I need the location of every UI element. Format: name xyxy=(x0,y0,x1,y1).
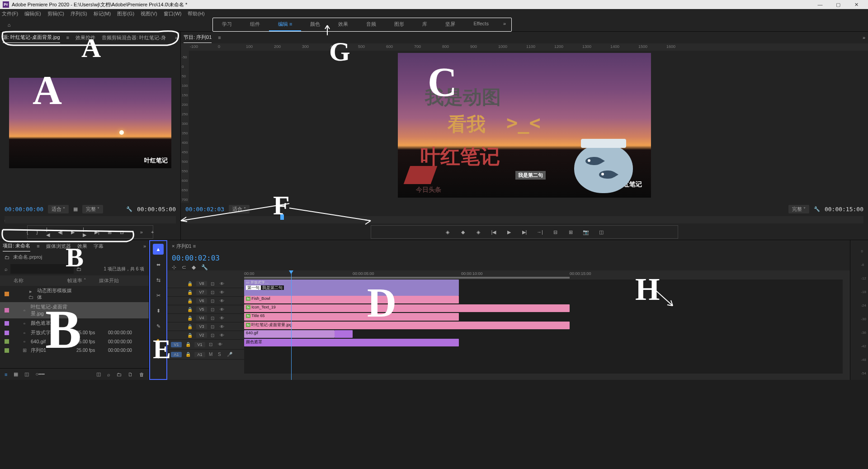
toggle-output-icon[interactable]: 👁 xyxy=(220,298,225,303)
list-view-button[interactable]: ≡ xyxy=(5,372,7,377)
find-button[interactable]: ⌕ xyxy=(107,372,110,377)
timeline-clip[interactable]: fxIcon_Text_19 xyxy=(244,304,570,312)
tabs-overflow-icon[interactable]: » xyxy=(863,35,865,40)
track-target[interactable]: V3 xyxy=(196,324,207,329)
mark-in-button[interactable]: { xyxy=(27,228,28,236)
menu-剪辑(C)[interactable]: 剪辑(C) xyxy=(47,10,64,17)
project-item[interactable]: ▫ 颜色遮罩 xyxy=(0,318,149,328)
overwrite-button[interactable]: ⊡ xyxy=(120,228,124,236)
tab-menu-icon[interactable]: ≡ xyxy=(218,35,221,40)
track-target[interactable]: A1 xyxy=(194,352,205,357)
workspace-tab-音频[interactable]: 音频 xyxy=(357,18,385,31)
insert-button[interactable]: ⊞ xyxy=(108,228,112,236)
mute-icon[interactable]: ⊡ xyxy=(211,290,216,295)
workspace-tab-Effects[interactable]: Effects xyxy=(464,18,497,31)
step-back-button[interactable]: ◀| xyxy=(58,228,63,236)
tool-slip[interactable]: ⬍ xyxy=(153,305,164,316)
export-frame-button[interactable]: 📷 xyxy=(582,228,590,236)
extract-button[interactable]: ⊞ xyxy=(567,228,574,236)
lock-icon[interactable]: 🔒 xyxy=(187,307,193,312)
timeline-clip[interactable]: ▤ 开放式字…第一句我是第二句 xyxy=(244,280,459,296)
source-quality-dropdown[interactable]: 完整 ˅ xyxy=(82,205,103,213)
program-tab[interactable]: 节目: 序列01 xyxy=(184,32,212,43)
source-patch[interactable]: V1 xyxy=(171,342,182,347)
media-browser-tab[interactable]: 媒体浏览器 xyxy=(46,241,71,251)
track-header-V6[interactable]: 🔒 V6 ⊡ 👁 xyxy=(167,297,244,305)
tool-pen[interactable]: ✎ xyxy=(153,321,164,332)
timeline-ruler[interactable]: 00:0000:00:05:0000:00:10:0000:00:15:00 xyxy=(244,270,843,280)
wrench-icon[interactable]: 🔧 xyxy=(126,206,132,212)
tabs-overflow-icon[interactable]: » xyxy=(143,243,146,249)
workspace-tab-编辑[interactable]: 编辑 ≡ xyxy=(269,18,301,31)
timeline-close-icon[interactable]: × xyxy=(172,243,175,249)
project-item[interactable]: ⊞ 序列01 25.00 fps 00:00:00:00 xyxy=(0,346,149,355)
timeline-clip[interactable]: fx叶红笔记-桌面背景.jpg xyxy=(244,322,570,329)
lift-button[interactable]: ⊟ xyxy=(552,228,559,236)
toggle-output-icon[interactable]: 👁 xyxy=(220,316,225,321)
menu-窗口(W)[interactable]: 窗口(W) xyxy=(164,10,182,17)
play-button[interactable]: ▶ xyxy=(505,228,513,236)
menu-序列(S)[interactable]: 序列(S) xyxy=(71,10,87,17)
timeline-clip[interactable]: fxTitle 65 xyxy=(244,313,459,321)
mark-out-button[interactable]: ◈ xyxy=(475,228,482,236)
mute-icon[interactable]: ⊡ xyxy=(211,316,216,321)
project-tab[interactable]: 项目: 未命名 xyxy=(3,241,30,251)
go-to-out-button[interactable]: ▶| xyxy=(94,228,99,236)
track-header-V5[interactable]: 🔒 V5 ⊡ 👁 xyxy=(167,305,244,314)
toggle-output-icon[interactable]: 👁 xyxy=(220,333,225,338)
add-marker-button[interactable]: ◈ xyxy=(444,228,451,236)
lock-icon[interactable]: 🔒 xyxy=(187,298,193,303)
mute-icon[interactable]: ⊡ xyxy=(211,333,216,338)
play-button[interactable]: ▶ xyxy=(71,228,75,236)
lock-icon[interactable]: 🔒 xyxy=(187,324,193,329)
tool-ripple[interactable]: ⇆ xyxy=(153,275,164,285)
track-header-V4[interactable]: 🔒 V4 ⊡ 👁 xyxy=(167,314,244,322)
menu-文件(F)[interactable]: 文件(F) xyxy=(2,10,18,17)
mute-icon[interactable]: ⊡ xyxy=(211,307,216,312)
mute-icon[interactable]: ⊡ xyxy=(209,342,214,347)
playhead[interactable] xyxy=(291,270,292,380)
overflow-icon[interactable]: » xyxy=(140,228,143,236)
menu-帮助(H)[interactable]: 帮助(H) xyxy=(188,10,204,17)
source-fit-dropdown[interactable]: 适合 ˅ xyxy=(48,205,69,213)
track-header-V3[interactable]: 🔒 V3 ⊡ 👁 xyxy=(167,322,244,331)
icon-view-button[interactable]: ▦ xyxy=(14,371,18,377)
source-monitor[interactable]: 叶红笔记 xyxy=(0,43,180,203)
lock-icon[interactable]: 🔒 xyxy=(187,333,193,338)
lock-icon[interactable]: 🔒 xyxy=(185,352,191,357)
home-button[interactable]: ⌂ xyxy=(0,22,18,28)
timeline-clip[interactable]: fxFish_Bowl xyxy=(244,296,459,303)
step-fwd-button[interactable]: |▶ xyxy=(83,228,86,236)
toggle-output-icon[interactable]: 👁 xyxy=(218,342,223,347)
work-area-bar[interactable] xyxy=(244,277,570,279)
settings-button[interactable]: 🔧 xyxy=(201,264,208,270)
tool-type[interactable]: T xyxy=(153,351,164,362)
new-item-button[interactable]: 🗋 xyxy=(128,372,133,377)
source-tab-clip[interactable]: 源: 叶红笔记-桌面背景.jpg xyxy=(3,32,60,43)
menu-图形(G)[interactable]: 图形(G) xyxy=(117,10,134,17)
track-target[interactable]: V5 xyxy=(196,307,207,312)
go-to-out-button[interactable]: ▶| xyxy=(521,228,528,236)
project-item[interactable]: ▫ 开放式字幕 25.00 fps 00:00:00:00 xyxy=(0,328,149,337)
workspace-tab-图形[interactable]: 图形 xyxy=(385,18,413,31)
toggle-output-icon[interactable]: 👁 xyxy=(220,290,225,295)
marker-button[interactable]: ◆ xyxy=(192,264,196,270)
source-scrubber[interactable] xyxy=(5,216,176,223)
source-patch[interactable]: A1 xyxy=(171,352,182,357)
mark-in-button[interactable]: ◆ xyxy=(459,228,467,236)
menu-编辑(E)[interactable]: 编辑(E) xyxy=(24,10,41,17)
track-target[interactable]: V4 xyxy=(196,315,207,321)
zoom-slider[interactable]: ○━━ xyxy=(35,371,45,377)
timeline-h-scrollbar[interactable] xyxy=(244,374,843,380)
menu-视图(V)[interactable]: 视图(V) xyxy=(141,10,157,17)
track-target[interactable]: V7 xyxy=(196,289,207,295)
project-item[interactable]: ▸ 🗀 动态图形模板媒体 xyxy=(0,286,149,302)
tool-hand[interactable]: ✋ xyxy=(153,336,164,347)
lock-icon[interactable]: 🔒 xyxy=(187,290,193,295)
track-target[interactable]: V2 xyxy=(196,332,207,338)
mute-icon[interactable]: ⊡ xyxy=(211,281,216,286)
lock-icon[interactable]: 🔒 xyxy=(187,316,193,321)
timeline-timecode[interactable]: 00:00:02:03 xyxy=(172,254,220,262)
quality-icon[interactable]: ▦ xyxy=(73,206,78,212)
mark-out-button[interactable]: } xyxy=(36,228,38,236)
